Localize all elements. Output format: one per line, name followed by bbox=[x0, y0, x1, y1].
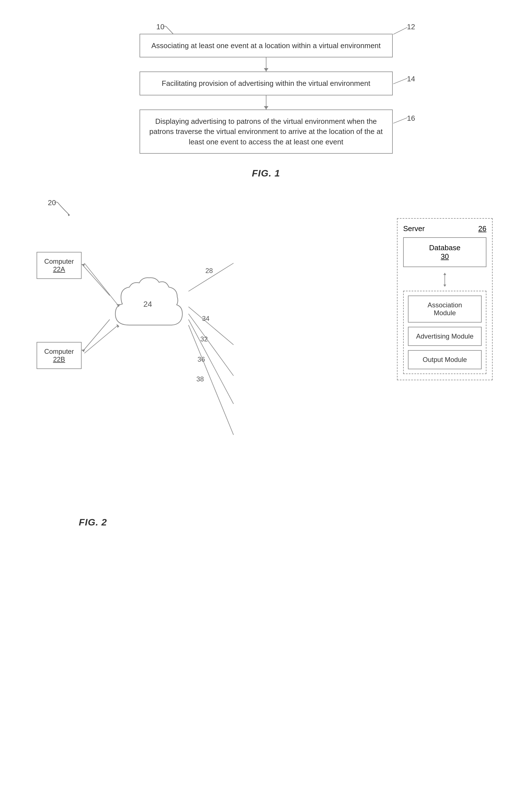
server-outer-box: Server 26 Database 30 Associat bbox=[397, 218, 493, 380]
modules-box: Association Module Advertising Module Ou… bbox=[403, 291, 487, 374]
svg-line-19 bbox=[189, 307, 233, 345]
database-box: Database 30 bbox=[403, 237, 487, 267]
svg-line-2 bbox=[393, 78, 407, 84]
fig2-section: 20 Computer 22A Computer 22B 24 bbox=[22, 195, 510, 533]
svg-line-25 bbox=[189, 325, 233, 435]
fig1-wrapper: 10 12 Associating at least one event at … bbox=[139, 34, 393, 179]
computer-22b: Computer 22B bbox=[37, 342, 81, 369]
svg-marker-4 bbox=[68, 213, 70, 216]
output-module-box: Output Module bbox=[408, 350, 482, 369]
svg-marker-7 bbox=[443, 273, 446, 275]
fig1-label: FIG. 1 bbox=[139, 168, 393, 179]
ref-16: 16 bbox=[407, 114, 415, 123]
flow-arrow-2 bbox=[266, 95, 266, 110]
svg-marker-16 bbox=[81, 349, 85, 352]
flow-box-3: Displaying advertising to patrons of the… bbox=[139, 110, 393, 154]
computer-22a: Computer 22A bbox=[37, 252, 81, 279]
flow-container: Associating at least one event at a loca… bbox=[139, 34, 393, 154]
svg-marker-8 bbox=[443, 285, 446, 287]
svg-line-21 bbox=[189, 314, 233, 376]
ref-12: 12 bbox=[407, 22, 415, 31]
ref-14: 14 bbox=[407, 75, 415, 83]
flow-box-2: Facilitating provision of advertising wi… bbox=[139, 72, 393, 95]
advertising-module-box: Advertising Module bbox=[408, 327, 482, 346]
svg-line-1 bbox=[393, 27, 407, 34]
fig2-label: FIG. 2 bbox=[79, 517, 107, 528]
svg-text:36: 36 bbox=[197, 356, 205, 363]
svg-line-11 bbox=[83, 265, 110, 296]
svg-marker-12 bbox=[81, 264, 85, 266]
ref-20: 20 bbox=[48, 199, 56, 207]
db-module-arrow bbox=[403, 273, 487, 288]
svg-line-15 bbox=[83, 319, 110, 351]
svg-text:34: 34 bbox=[202, 315, 210, 322]
svg-line-3 bbox=[393, 118, 407, 123]
page: 10 12 Associating at least one event at … bbox=[0, 0, 532, 792]
ref-10: 10 bbox=[156, 22, 165, 31]
svg-line-17 bbox=[189, 263, 233, 291]
flow-box-1: Associating at least one event at a loca… bbox=[139, 34, 393, 57]
svg-text:32: 32 bbox=[200, 335, 208, 343]
association-module-box: Association Module bbox=[408, 296, 482, 323]
cloud-network: 24 bbox=[107, 275, 189, 340]
svg-text:24: 24 bbox=[143, 300, 152, 308]
svg-text:38: 38 bbox=[196, 375, 204, 383]
fig1-section: 10 12 Associating at least one event at … bbox=[22, 17, 510, 179]
flow-arrow-1 bbox=[266, 57, 266, 72]
server-header: Server 26 bbox=[403, 224, 487, 233]
svg-text:28: 28 bbox=[205, 267, 213, 275]
svg-line-23 bbox=[189, 319, 233, 404]
